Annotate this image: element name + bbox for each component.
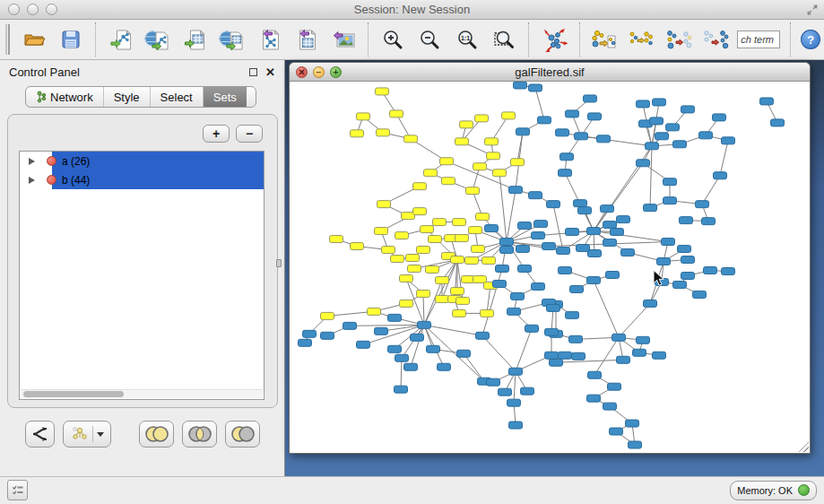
network-node-blue[interactable] — [575, 133, 588, 140]
network-node-blue[interactable] — [357, 341, 370, 348]
network-node-yellow[interactable] — [451, 287, 464, 294]
network-node-yellow[interactable] — [400, 300, 413, 307]
tab-sets[interactable]: Sets — [204, 87, 247, 107]
network-node-yellow[interactable] — [469, 227, 482, 234]
network-node-yellow[interactable] — [485, 138, 499, 145]
network-node-blue[interactable] — [299, 339, 312, 346]
network-node-blue[interactable] — [714, 172, 727, 179]
network-node-yellow[interactable] — [455, 138, 469, 145]
network-node-yellow[interactable] — [433, 219, 447, 226]
network-node-blue[interactable] — [532, 232, 545, 239]
network-node-blue[interactable] — [418, 321, 431, 328]
network-node-blue[interactable] — [570, 285, 584, 292]
network-edge[interactable] — [514, 371, 516, 403]
network-node-blue[interactable] — [516, 128, 530, 135]
network-node-yellow[interactable] — [395, 232, 409, 239]
network-edge[interactable] — [499, 173, 507, 242]
network-node-blue[interactable] — [666, 124, 680, 131]
network-node-blue[interactable] — [427, 345, 440, 352]
network-node-blue[interactable] — [375, 327, 388, 335]
network-node-blue[interactable] — [678, 246, 691, 253]
network-node-blue[interactable] — [650, 117, 664, 125]
network-node-blue[interactable] — [507, 399, 521, 406]
network-node-yellow[interactable] — [455, 235, 469, 242]
tab-style[interactable]: Style — [104, 87, 151, 107]
network-node-blue[interactable] — [646, 143, 659, 150]
network-node-blue[interactable] — [559, 267, 572, 274]
fullscreen-icon[interactable] — [806, 4, 819, 16]
network-node-blue[interactable] — [629, 441, 642, 448]
zoom-actual-size-button[interactable]: 1:1 — [452, 23, 481, 56]
network-node-yellow[interactable] — [382, 247, 395, 254]
zoom-window-button[interactable] — [46, 4, 57, 15]
network-node-yellow[interactable] — [424, 169, 438, 177]
network-node-blue[interactable] — [612, 334, 626, 341]
zoom-out-button[interactable] — [415, 23, 445, 56]
import-network-url-button[interactable] — [143, 23, 173, 56]
network-node-blue[interactable] — [637, 160, 650, 167]
network-node-blue[interactable] — [704, 267, 717, 274]
network-edge[interactable] — [594, 337, 619, 375]
network-node-yellow[interactable] — [472, 246, 485, 253]
close-window-button[interactable] — [8, 4, 20, 15]
network-node-blue[interactable] — [521, 387, 534, 395]
tab-select[interactable]: Select — [151, 87, 204, 107]
network-node-blue[interactable] — [617, 356, 630, 363]
network-node-yellow[interactable] — [391, 256, 404, 263]
network-node-yellow[interactable] — [451, 256, 464, 264]
network-node-yellow[interactable] — [390, 110, 403, 117]
chevron-down-icon[interactable] — [97, 432, 104, 437]
network-window-titlebar[interactable]: ✕ − + galFiltered.sif — [290, 63, 810, 82]
network-node-blue[interactable] — [587, 395, 601, 402]
import-network-file-button[interactable] — [106, 23, 135, 56]
network-edge[interactable] — [482, 335, 516, 371]
network-node-yellow[interactable] — [377, 201, 391, 208]
network-node-yellow[interactable] — [440, 158, 454, 165]
splitter-handle[interactable] — [276, 259, 282, 267]
network-node-yellow[interactable] — [408, 265, 421, 273]
network-edge[interactable] — [720, 141, 728, 176]
split-set-button[interactable] — [25, 421, 55, 448]
network-node-yellow[interactable] — [421, 226, 434, 233]
network-node-yellow[interactable] — [429, 236, 442, 243]
network-node-blue[interactable] — [673, 141, 687, 148]
network-node-blue[interactable] — [673, 281, 687, 288]
network-node-blue[interactable] — [529, 192, 542, 199]
network-node-blue[interactable] — [681, 256, 695, 264]
network-node-yellow[interactable] — [475, 115, 489, 122]
horizontal-scrollbar[interactable] — [21, 389, 263, 398]
network-node-yellow[interactable] — [417, 247, 430, 254]
network-node-yellow[interactable] — [442, 178, 455, 185]
network-node-blue[interactable] — [518, 222, 532, 230]
network-node-blue[interactable] — [538, 117, 551, 124]
network-node-blue[interactable] — [395, 386, 408, 393]
network-node-yellow[interactable] — [351, 243, 364, 250]
network-node-blue[interactable] — [550, 359, 563, 366]
network-node-yellow[interactable] — [502, 112, 516, 119]
network-node-yellow[interactable] — [330, 236, 343, 243]
network-node-blue[interactable] — [485, 225, 499, 232]
search-input[interactable] — [737, 30, 780, 48]
network-node-blue[interactable] — [664, 178, 677, 186]
network-edge[interactable] — [350, 325, 424, 326]
network-node-blue[interactable] — [532, 282, 545, 290]
network-node-blue[interactable] — [542, 243, 556, 250]
network-node-blue[interactable] — [511, 292, 525, 300]
expand-arrow-icon[interactable] — [29, 158, 35, 165]
network-node-blue[interactable] — [644, 300, 657, 307]
network-node-yellow[interactable] — [436, 276, 449, 283]
network-node-blue[interactable] — [411, 334, 424, 341]
network-node-yellow[interactable] — [482, 257, 496, 265]
network-node-blue[interactable] — [617, 216, 630, 223]
tab-network[interactable]: Network — [26, 87, 104, 107]
network-node-yellow[interactable] — [377, 129, 390, 136]
export-table-button[interactable] — [291, 23, 320, 56]
network-node-yellow[interactable] — [375, 228, 388, 235]
network-node-blue[interactable] — [637, 100, 650, 108]
network-node-blue[interactable] — [509, 187, 523, 194]
network-node-blue[interactable] — [662, 239, 675, 246]
network-node-blue[interactable] — [771, 119, 785, 126]
network-node-blue[interactable] — [603, 403, 617, 410]
network-node-blue[interactable] — [545, 328, 559, 335]
network-node-blue[interactable] — [525, 325, 539, 332]
